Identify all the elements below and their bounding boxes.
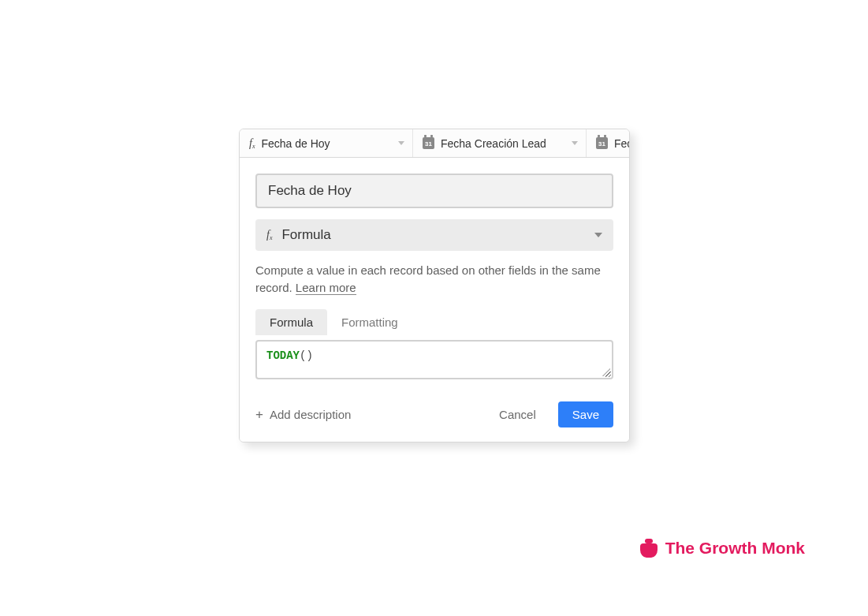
popover-footer: + Add description Cancel Save [255, 401, 613, 427]
column-header-label: Fecha Creación Lead [441, 137, 565, 150]
calendar-icon: 31 [596, 137, 608, 149]
formula-editor[interactable]: TODAY() [255, 340, 613, 379]
field-config-popover: f Formula Compute a value in each record… [240, 158, 629, 442]
chevron-down-icon [594, 233, 602, 237]
learn-more-link[interactable]: Learn more [296, 281, 356, 295]
column-header-label: Fec [614, 137, 630, 150]
formula-function-name: TODAY [266, 349, 300, 362]
brand-watermark: The Growth Monk [640, 539, 805, 558]
field-name-input[interactable] [255, 174, 613, 208]
formula-icon: f [249, 137, 255, 150]
config-tabs: Formula Formatting [255, 309, 613, 335]
field-type-label: Formula [281, 227, 585, 243]
column-header-fecha-creacion-lead[interactable]: 31 Fecha Creación Lead [413, 129, 587, 157]
calendar-icon: 31 [423, 137, 434, 149]
column-header-fecha-de-hoy[interactable]: f Fecha de Hoy [240, 129, 413, 157]
column-header-partial[interactable]: 31 Fec [587, 129, 630, 157]
add-description-button[interactable]: + Add description [255, 408, 485, 421]
save-button[interactable]: Save [558, 401, 613, 427]
formula-icon: f [266, 229, 272, 241]
brand-logo-icon [640, 539, 658, 558]
formula-arguments: () [300, 349, 313, 362]
brand-name: The Growth Monk [665, 539, 805, 558]
column-header-label: Fecha de Hoy [261, 137, 392, 150]
field-type-select[interactable]: f Formula [255, 219, 613, 251]
chevron-down-icon [398, 141, 404, 145]
resize-handle-icon[interactable] [602, 368, 610, 376]
plus-icon: + [255, 408, 263, 421]
add-description-label: Add description [270, 408, 351, 421]
tab-formula[interactable]: Formula [255, 309, 327, 335]
chevron-down-icon [572, 141, 578, 145]
field-type-help-text: Compute a value in each record based on … [255, 262, 613, 297]
cancel-button[interactable]: Cancel [485, 401, 550, 427]
field-config-window: f Fecha de Hoy 31 Fecha Creación Lead 31… [239, 129, 630, 442]
column-headers: f Fecha de Hoy 31 Fecha Creación Lead 31… [240, 129, 629, 158]
tab-formatting[interactable]: Formatting [327, 309, 412, 335]
